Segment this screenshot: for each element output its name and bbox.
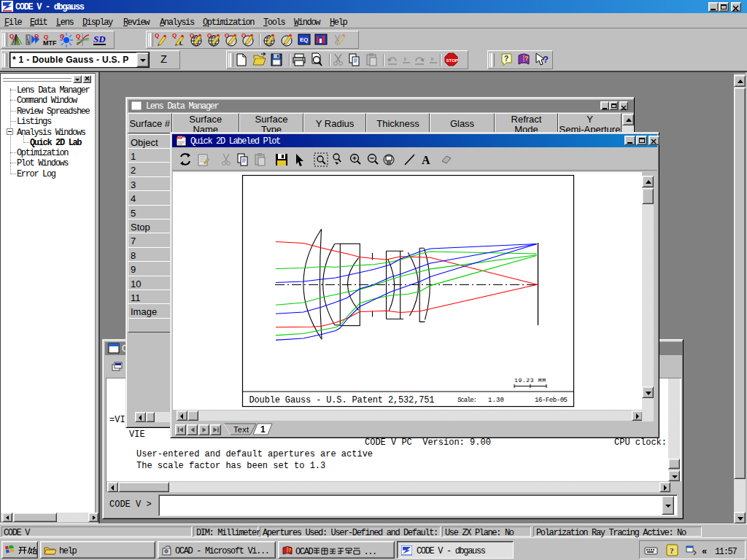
svg-text:Q: Q <box>60 33 64 39</box>
svg-text:?: ? <box>670 546 674 555</box>
svg-text:STOP: STOP <box>446 58 458 63</box>
svg-text:EQ: EQ <box>300 36 309 43</box>
svg-text:L: L <box>179 40 183 47</box>
svg-text:?: ? <box>504 55 508 63</box>
svg-text:Double Gauss - U.S. Patent 2,5: Double Gauss - U.S. Patent 2,532,751 <box>249 395 435 405</box>
svg-text:Q: Q <box>34 33 39 39</box>
svg-text:?: ? <box>543 54 549 65</box>
svg-text:1: 1 <box>260 424 266 435</box>
svg-text:MTF: MTF <box>43 39 57 47</box>
svg-text:DOC: DOC <box>178 136 186 140</box>
svg-text:Text: Text <box>233 425 249 434</box>
svg-text:Scale:: Scale: <box>457 397 477 404</box>
svg-text:16-Feb-05: 16-Feb-05 <box>535 397 568 404</box>
svg-text:19.23 MM: 19.23 MM <box>514 377 546 384</box>
svg-text:Q: Q <box>9 33 14 39</box>
svg-text:1.30: 1.30 <box>488 397 504 404</box>
svg-text:A: A <box>422 154 430 166</box>
svg-text:?: ? <box>288 548 291 553</box>
svg-text:SD: SD <box>93 34 106 44</box>
svg-text:Q: Q <box>76 33 80 39</box>
svg-text:?: ? <box>525 55 529 62</box>
